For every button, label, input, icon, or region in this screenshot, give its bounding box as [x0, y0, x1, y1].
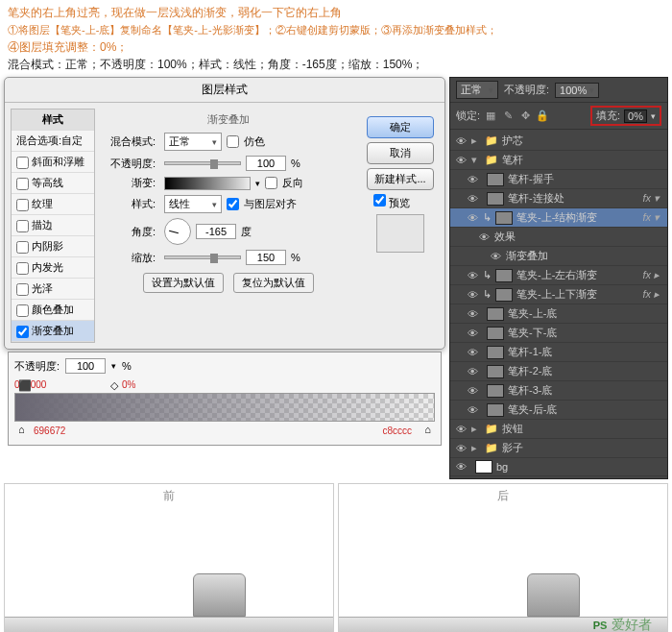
layer-zuoyou[interactable]: 笔夹-上-左右渐变: [516, 268, 638, 282]
layer-woshou[interactable]: 笔杆-握手: [508, 172, 663, 186]
angle-wheel[interactable]: [164, 218, 191, 245]
visibility-icon[interactable]: 👁: [466, 212, 479, 224]
gradoverlay-checkbox[interactable]: [16, 326, 29, 338]
layer-thumb[interactable]: [487, 192, 504, 206]
layer-bigan[interactable]: 笔杆: [502, 153, 663, 167]
layer-thumb[interactable]: [495, 288, 513, 302]
fx-badge[interactable]: fx ▾: [642, 192, 660, 205]
visibility-icon[interactable]: 👁: [466, 328, 479, 339]
style-select[interactable]: 线性: [164, 195, 222, 213]
layer-effects[interactable]: 效果: [494, 230, 663, 244]
fx-badge[interactable]: fx ▾: [642, 211, 660, 224]
fx-badge[interactable]: fx ▸: [642, 288, 660, 301]
layer-bg[interactable]: bg: [496, 461, 663, 473]
layer-2di[interactable]: 笔杆-2-底: [508, 364, 663, 378]
layer-gradoverlay[interactable]: 渐变叠加: [506, 249, 663, 263]
layer-houdi[interactable]: 笔夹-后-底: [508, 402, 663, 417]
visibility-icon[interactable]: 👁: [466, 289, 479, 301]
contour[interactable]: 等高线: [12, 173, 94, 194]
layer-thumb[interactable]: [487, 327, 504, 340]
visibility-icon[interactable]: 👁: [454, 135, 468, 147]
color-stop-left-icon[interactable]: ⌂: [18, 424, 25, 435]
blend-options[interactable]: 混合选项:自定: [12, 131, 94, 152]
expand-icon[interactable]: ▸: [471, 134, 481, 147]
gradient-overlay[interactable]: 渐变叠加: [12, 321, 94, 342]
fx-badge[interactable]: fx ▸: [642, 269, 660, 281]
bevel-checkbox[interactable]: [16, 157, 29, 169]
layer-xiadi[interactable]: 笔夹-下-底: [508, 326, 663, 340]
layer-lianjie[interactable]: 笔杆-连接处: [508, 191, 638, 206]
visibility-icon[interactable]: 👁: [466, 308, 479, 320]
stroke[interactable]: 描边: [12, 215, 94, 236]
stop-696672[interactable]: 696672: [34, 425, 65, 436]
fill-value[interactable]: 0%: [624, 109, 647, 123]
opacity-value[interactable]: 100: [246, 156, 286, 171]
layer-thumb[interactable]: [487, 173, 504, 186]
visibility-icon[interactable]: 👁: [454, 443, 468, 454]
satin[interactable]: 光泽: [12, 279, 94, 300]
blendmode-select[interactable]: 正常: [164, 133, 222, 151]
layer-thumb[interactable]: [475, 460, 492, 474]
expand-icon[interactable]: ▸: [471, 423, 481, 435]
layer-anniu[interactable]: 按钮: [502, 422, 663, 436]
color-stop-right-icon[interactable]: ⌂: [424, 424, 431, 435]
expand-icon[interactable]: ▾: [471, 154, 481, 166]
lock-pixels-icon[interactable]: ▦: [484, 109, 497, 123]
layer-huxin[interactable]: 护芯: [502, 134, 663, 148]
layer-1di[interactable]: 笔杆-1-底: [508, 345, 663, 359]
styles-header[interactable]: 样式: [12, 109, 94, 131]
layer-thumb[interactable]: [487, 384, 504, 398]
lock-position-icon[interactable]: ✥: [518, 109, 532, 123]
layer-shangdi[interactable]: 笔夹-上-底: [508, 306, 663, 321]
preview-checkbox[interactable]: [373, 194, 386, 207]
align-checkbox[interactable]: [227, 198, 239, 210]
texture[interactable]: 纹理: [12, 194, 94, 215]
reverse-checkbox[interactable]: [265, 177, 277, 189]
expand-icon[interactable]: ▸: [471, 442, 481, 454]
innershadow-checkbox[interactable]: [16, 241, 29, 254]
layer-3di[interactable]: 笔杆-3-底: [508, 383, 663, 398]
layer-thumb[interactable]: [487, 365, 504, 378]
panel-blendmode[interactable]: 正常: [456, 81, 498, 99]
visibility-icon[interactable]: 👁: [454, 424, 468, 435]
visibility-icon[interactable]: 👁: [466, 270, 479, 281]
layer-thumb[interactable]: [495, 269, 513, 282]
visibility-icon[interactable]: 👁: [466, 366, 479, 377]
opacity-stop-icon[interactable]: ⬛: [18, 379, 32, 392]
gradient-dropdown-icon[interactable]: ▾: [255, 179, 260, 188]
new-style-button[interactable]: 新建样式...: [367, 168, 434, 190]
layer-yingzi[interactable]: 影子: [502, 441, 663, 455]
visibility-icon[interactable]: 👁: [454, 461, 468, 473]
angle-value[interactable]: -165: [196, 224, 236, 239]
gradient-bar[interactable]: [14, 393, 435, 422]
stop-0pct[interactable]: 0%: [122, 379, 135, 390]
texture-checkbox[interactable]: [16, 199, 29, 211]
coloroverlay-checkbox[interactable]: [16, 304, 29, 317]
visibility-icon[interactable]: 👁: [466, 404, 479, 416]
layer-thumb[interactable]: [487, 403, 504, 417]
innerglow-checkbox[interactable]: [16, 262, 29, 275]
stroke-checkbox[interactable]: [16, 220, 29, 232]
layer-thumb[interactable]: [487, 346, 504, 359]
scale-value[interactable]: 150: [246, 250, 286, 265]
visibility-icon[interactable]: 👁: [489, 251, 502, 262]
visibility-icon[interactable]: 👁: [466, 174, 479, 185]
set-default-button[interactable]: 设置为默认值: [143, 273, 224, 293]
layer-shangxia[interactable]: 笔夹-上-上下渐变: [516, 287, 638, 302]
color-overlay[interactable]: 颜色叠加: [12, 300, 94, 321]
opacity-stop-icon-2[interactable]: ◇: [110, 379, 118, 392]
layer-jiegou[interactable]: 笔夹-上-结构渐变: [516, 210, 638, 225]
dither-checkbox[interactable]: [227, 135, 239, 148]
grad-opacity-value[interactable]: 100: [65, 358, 106, 374]
stop-c8cccc[interactable]: c8cccc: [382, 425, 412, 436]
visibility-icon[interactable]: 👁: [466, 193, 479, 205]
lock-brush-icon[interactable]: ✎: [501, 109, 515, 123]
bevel-emboss[interactable]: 斜面和浮雕: [12, 152, 94, 173]
cancel-button[interactable]: 取消: [367, 142, 434, 164]
contour-checkbox[interactable]: [16, 178, 29, 190]
visibility-icon[interactable]: 👁: [454, 155, 468, 166]
scale-slider[interactable]: [164, 255, 241, 259]
ok-button[interactable]: 确定: [367, 116, 434, 138]
visibility-icon[interactable]: 👁: [477, 231, 491, 243]
visibility-icon[interactable]: 👁: [466, 347, 479, 358]
